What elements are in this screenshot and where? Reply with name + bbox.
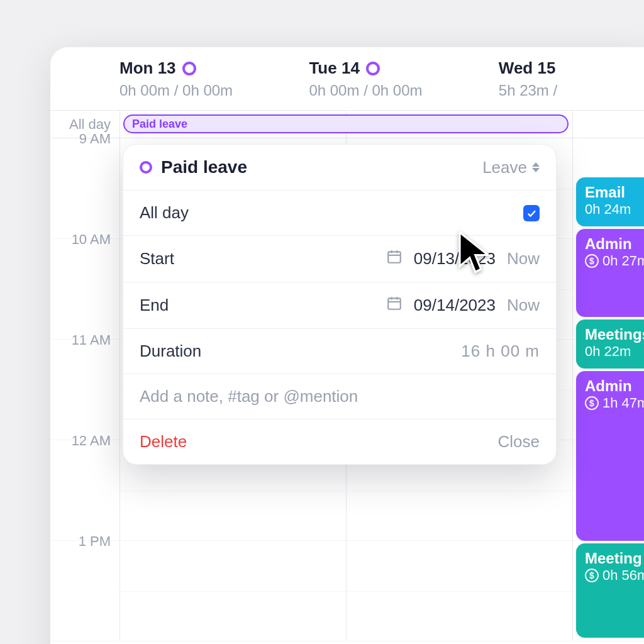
event-duration: 1h 47m [602,395,644,411]
duration-row: Duration 16 h 00 m [123,329,556,374]
day-header-row: Mon 13 0h 00m / 0h 00m Tue 14 0h 00m / 0… [50,47,644,110]
duration-label: Duration [140,341,201,361]
day-label: Wed 15 [499,58,556,78]
calendar-icon[interactable] [386,295,402,316]
popover-actions: Delete Close [123,419,556,464]
popover-header: Paid leave Leave [123,145,556,191]
ring-icon [182,62,196,75]
delete-button[interactable]: Delete [140,432,187,452]
popover-title[interactable]: Paid leave [161,157,247,177]
sort-icon [532,162,540,172]
event-duration: 0h 27m [602,253,644,269]
day-label: Mon 13 [119,58,176,78]
close-button[interactable]: Close [498,432,540,452]
ring-icon [140,161,152,174]
event-duration: 0h 22m [585,343,631,360]
allday-field-label: All day [140,203,189,223]
note-input[interactable]: Add a note, #tag or @mention [140,387,358,406]
day-summary: 0h 00m / 0h 00m [119,82,309,99]
ring-icon [366,62,380,75]
event-subline: 0h 24m [585,201,644,218]
note-row: Add a note, #tag or @mention [123,374,556,419]
event-subline: $0h 27m [585,253,644,269]
allday-checkbox[interactable] [523,205,540,221]
hour-label: 9 AM [50,131,119,147]
end-now-button[interactable]: Now [507,296,540,315]
billable-icon: $ [585,254,599,268]
day-header[interactable]: Wed 15 5h 23m / [499,58,644,99]
event-title: Email [585,184,644,201]
end-label: End [140,296,169,315]
hour-label: 12 AM [50,433,119,449]
billable-icon: $ [585,569,599,582]
svg-rect-0 [388,252,401,262]
calendar-event[interactable]: Meeting$0h 56m [576,543,644,638]
end-row: End 09/14/2023 Now [123,282,556,329]
day-label: Tue 14 [309,58,359,78]
day-header[interactable]: Tue 14 0h 00m / 0h 00m [309,58,498,99]
svg-marker-8 [460,233,488,272]
check-icon [526,208,537,219]
event-type-select[interactable]: Leave [482,158,540,177]
event-popover: Paid leave Leave All day Start [123,144,557,465]
event-subline: $1h 47m [585,395,644,411]
event-duration: 0h 24m [585,201,631,218]
event-title: Meeting [585,550,644,567]
day-header[interactable]: Mon 13 0h 00m / 0h 00m [119,58,309,99]
calendar-event[interactable]: Email0h 24m [576,177,644,226]
svg-rect-4 [388,298,401,309]
start-label: Start [140,249,174,269]
end-date-input[interactable]: 09/14/2023 [414,296,496,315]
start-now-button[interactable]: Now [507,249,540,269]
event-type-label: Leave [482,158,527,177]
event-subline: 0h 22m [585,343,644,360]
day-summary: 5h 23m / [499,82,644,99]
hour-label: 11 AM [50,332,119,348]
allday-event-pill[interactable]: Paid leave [123,114,569,133]
event-duration: 0h 56m [602,567,644,584]
cursor-icon [454,230,499,277]
duration-value[interactable]: 16 h 00 m [461,341,540,361]
calendar-event[interactable]: Admin$0h 27m [576,229,644,317]
calendar-icon[interactable] [386,248,402,269]
day-summary: 0h 00m / 0h 00m [309,82,498,99]
event-subline: $0h 56m [585,567,644,584]
calendar-event[interactable]: Admin$1h 47m [576,371,644,541]
event-title: Meetings [585,326,644,343]
calendar-event[interactable]: Meetings0h 22m [576,319,644,369]
calendar-window: Mon 13 0h 00m / 0h 00m Tue 14 0h 00m / 0… [50,47,644,644]
hour-row: 1 PM [50,541,644,641]
event-title: Admin [585,235,644,253]
allday-row: All day Paid leave [50,111,644,138]
hour-label: 1 PM [50,533,119,550]
allday-label: All day [50,116,119,133]
hour-label: 10 AM [50,231,119,248]
billable-icon: $ [585,396,599,410]
event-title: Admin [585,377,644,395]
allday-event-title: Paid leave [132,118,187,131]
